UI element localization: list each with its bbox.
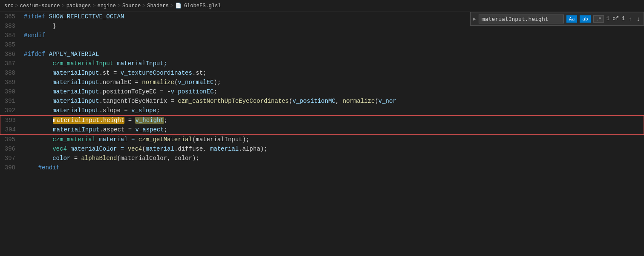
table-row: 389 materialInput.normalEC = normalize(v… <box>0 78 644 87</box>
regex-button[interactable]: .* <box>593 15 604 23</box>
table-row: 396 vec4 materialColor = vec4(material.d… <box>0 144 644 154</box>
table-row: 398 #endif <box>0 163 644 172</box>
search-widget: ▶ Aa ab .* 1 of 1 ↑ ↓ <box>470 12 644 26</box>
table-row: 392 materialInput.slope = v_slope; <box>0 106 644 115</box>
code-editor: 365 #ifdef SHOW_REFLECTIVE_OCEAN 383 } 3… <box>0 12 644 256</box>
search-prev-button[interactable]: ↑ <box>627 15 633 22</box>
bc-packages[interactable]: packages <box>66 3 91 9</box>
table-row: 390 materialInput.positionToEyeEC = -v_p… <box>0 87 644 96</box>
search-expand-icon[interactable]: ▶ <box>473 16 476 22</box>
whole-word-button[interactable]: ab <box>580 15 590 23</box>
breadcrumb: src > cesium-source > packages > engine … <box>0 0 644 12</box>
table-row: 391 materialInput.tangentToEyeMatrix = c… <box>0 96 644 106</box>
search-count: 1 of 1 <box>606 16 625 22</box>
table-row: 386 #ifdef APPLY_MATERIAL <box>0 49 644 59</box>
bc-file-icon: 📄 <box>175 3 182 9</box>
bc-src[interactable]: src <box>4 3 14 9</box>
bc-engine[interactable]: engine <box>97 3 116 9</box>
bc-cesium-source[interactable]: cesium-source <box>20 3 60 9</box>
table-row: 397 color = alphaBlend(materialColor, co… <box>0 154 644 163</box>
search-match-box: 393 materialInput.height = v_height; 394… <box>0 115 644 135</box>
table-row: 388 materialInput.st = v_textureCoordina… <box>0 68 644 78</box>
bc-shaders[interactable]: Shaders <box>147 3 168 9</box>
table-row: 394 materialInput.aspect = v_aspect; <box>0 125 644 134</box>
search-next-button[interactable]: ↓ <box>635 15 641 22</box>
search-input[interactable] <box>479 15 564 23</box>
table-row: 385 <box>0 40 644 49</box>
table-row: 387 czm_materialInput materialInput; <box>0 59 644 68</box>
table-row: 395 czm_material material = czm_getMater… <box>0 135 644 144</box>
table-row: 393 materialInput.height = v_height; <box>0 116 644 125</box>
table-row: 384 #endif <box>0 31 644 40</box>
bc-source[interactable]: Source <box>122 3 141 9</box>
match-case-button[interactable]: Aa <box>566 15 577 23</box>
bc-filename[interactable]: GlobeFS.glsl <box>184 3 221 9</box>
